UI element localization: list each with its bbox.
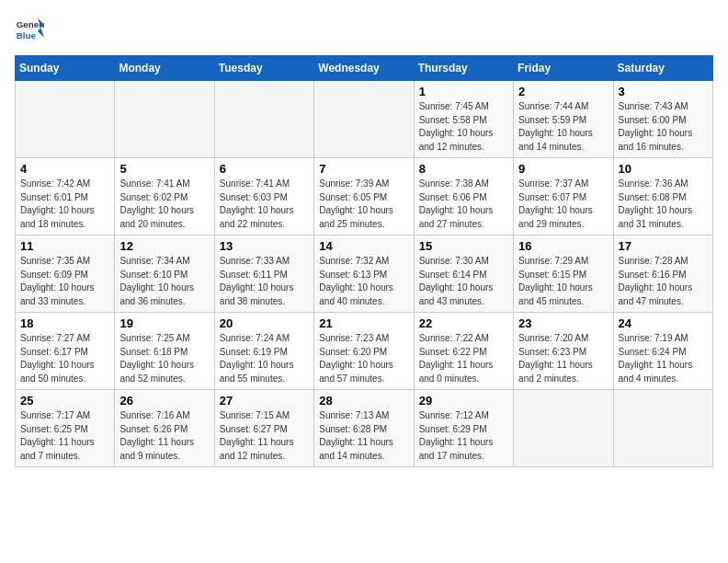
calendar-cell: 1Sunrise: 7:45 AM Sunset: 5:58 PM Daylig…: [414, 81, 513, 158]
calendar-cell: [514, 390, 613, 467]
day-number: 28: [319, 394, 408, 408]
calendar-cell: [314, 81, 414, 158]
day-info: Sunrise: 7:29 AM Sunset: 6:15 PM Dayligh…: [518, 255, 608, 308]
day-info: Sunrise: 7:12 AM Sunset: 6:29 PM Dayligh…: [419, 409, 508, 463]
calendar-cell: [115, 81, 214, 158]
calendar-cell: 8Sunrise: 7:38 AM Sunset: 6:06 PM Daylig…: [414, 158, 513, 236]
day-info: Sunrise: 7:37 AM Sunset: 6:07 PM Dayligh…: [518, 178, 608, 231]
day-number: 24: [619, 316, 708, 330]
week-row-2: 4Sunrise: 7:42 AM Sunset: 6:01 PM Daylig…: [16, 158, 713, 236]
week-row-5: 25Sunrise: 7:17 AM Sunset: 6:25 PM Dayli…: [16, 390, 713, 467]
day-number: 6: [220, 162, 309, 176]
calendar-cell: 28Sunrise: 7:13 AM Sunset: 6:28 PM Dayli…: [314, 390, 414, 467]
calendar-cell: 16Sunrise: 7:29 AM Sunset: 6:15 PM Dayli…: [514, 236, 613, 313]
day-info: Sunrise: 7:42 AM Sunset: 6:01 PM Dayligh…: [20, 178, 109, 231]
calendar-cell: 18Sunrise: 7:27 AM Sunset: 6:17 PM Dayli…: [16, 313, 115, 390]
calendar-cell: 26Sunrise: 7:16 AM Sunset: 6:26 PM Dayli…: [115, 390, 214, 467]
day-number: 19: [119, 316, 209, 330]
calendar-cell: 25Sunrise: 7:17 AM Sunset: 6:25 PM Dayli…: [16, 390, 115, 467]
day-number: 8: [419, 162, 508, 176]
day-number: 21: [319, 316, 408, 330]
day-info: Sunrise: 7:34 AM Sunset: 6:10 PM Dayligh…: [119, 255, 209, 308]
calendar-cell: 12Sunrise: 7:34 AM Sunset: 6:10 PM Dayli…: [115, 236, 214, 313]
calendar-cell: [613, 390, 712, 467]
calendar-cell: 24Sunrise: 7:19 AM Sunset: 6:24 PM Dayli…: [613, 313, 712, 390]
calendar-cell: 22Sunrise: 7:22 AM Sunset: 6:22 PM Dayli…: [414, 313, 513, 390]
calendar-cell: 6Sunrise: 7:41 AM Sunset: 6:03 PM Daylig…: [214, 158, 313, 236]
day-header-thursday: Thursday: [414, 56, 513, 81]
calendar-cell: [214, 81, 313, 158]
calendar-cell: 7Sunrise: 7:39 AM Sunset: 6:05 PM Daylig…: [314, 158, 414, 236]
day-info: Sunrise: 7:20 AM Sunset: 6:23 PM Dayligh…: [518, 332, 608, 385]
day-info: Sunrise: 7:30 AM Sunset: 6:14 PM Dayligh…: [419, 255, 508, 308]
week-row-4: 18Sunrise: 7:27 AM Sunset: 6:17 PM Dayli…: [16, 313, 713, 390]
day-number: 12: [119, 239, 209, 253]
week-row-3: 11Sunrise: 7:35 AM Sunset: 6:09 PM Dayli…: [16, 236, 713, 313]
calendar-table: SundayMondayTuesdayWednesdayThursdayFrid…: [15, 55, 713, 467]
calendar-cell: 5Sunrise: 7:41 AM Sunset: 6:02 PM Daylig…: [115, 158, 214, 236]
day-number: 20: [220, 316, 309, 330]
day-info: Sunrise: 7:16 AM Sunset: 6:26 PM Dayligh…: [119, 409, 209, 463]
day-info: Sunrise: 7:27 AM Sunset: 6:17 PM Dayligh…: [20, 332, 109, 385]
day-info: Sunrise: 7:24 AM Sunset: 6:19 PM Dayligh…: [220, 332, 309, 385]
day-number: 13: [220, 239, 309, 253]
calendar-cell: 14Sunrise: 7:32 AM Sunset: 6:13 PM Dayli…: [314, 236, 414, 313]
day-header-sunday: Sunday: [16, 56, 115, 81]
calendar-cell: 15Sunrise: 7:30 AM Sunset: 6:14 PM Dayli…: [414, 236, 513, 313]
day-number: 17: [619, 239, 708, 253]
day-number: 3: [619, 85, 708, 98]
header: General Blue: [15, 15, 713, 44]
calendar-cell: 10Sunrise: 7:36 AM Sunset: 6:08 PM Dayli…: [613, 158, 712, 236]
day-info: Sunrise: 7:13 AM Sunset: 6:28 PM Dayligh…: [319, 409, 408, 463]
calendar-cell: 21Sunrise: 7:23 AM Sunset: 6:20 PM Dayli…: [314, 313, 414, 390]
calendar-cell: 17Sunrise: 7:28 AM Sunset: 6:16 PM Dayli…: [613, 236, 712, 313]
day-info: Sunrise: 7:28 AM Sunset: 6:16 PM Dayligh…: [619, 255, 708, 308]
calendar-cell: [16, 81, 115, 158]
svg-text:Blue: Blue: [17, 30, 37, 40]
day-number: 16: [518, 239, 608, 253]
day-info: Sunrise: 7:17 AM Sunset: 6:25 PM Dayligh…: [20, 409, 109, 463]
day-header-wednesday: Wednesday: [314, 56, 414, 81]
day-info: Sunrise: 7:41 AM Sunset: 6:03 PM Dayligh…: [220, 178, 309, 231]
calendar-cell: 13Sunrise: 7:33 AM Sunset: 6:11 PM Dayli…: [214, 236, 313, 313]
logo-icon: General Blue: [15, 15, 44, 44]
day-info: Sunrise: 7:45 AM Sunset: 5:58 PM Dayligh…: [419, 100, 508, 154]
calendar-cell: 20Sunrise: 7:24 AM Sunset: 6:19 PM Dayli…: [214, 313, 313, 390]
day-number: 22: [419, 316, 508, 330]
calendar-cell: 29Sunrise: 7:12 AM Sunset: 6:29 PM Dayli…: [414, 390, 513, 467]
day-info: Sunrise: 7:23 AM Sunset: 6:20 PM Dayligh…: [319, 332, 408, 385]
calendar-cell: 9Sunrise: 7:37 AM Sunset: 6:07 PM Daylig…: [514, 158, 613, 236]
day-info: Sunrise: 7:44 AM Sunset: 5:59 PM Dayligh…: [518, 100, 608, 154]
calendar-cell: 19Sunrise: 7:25 AM Sunset: 6:18 PM Dayli…: [115, 313, 214, 390]
day-info: Sunrise: 7:35 AM Sunset: 6:09 PM Dayligh…: [20, 255, 109, 308]
day-number: 18: [20, 316, 109, 330]
day-info: Sunrise: 7:22 AM Sunset: 6:22 PM Dayligh…: [419, 332, 508, 385]
day-number: 10: [619, 162, 708, 176]
day-number: 7: [319, 162, 408, 176]
day-info: Sunrise: 7:41 AM Sunset: 6:02 PM Dayligh…: [119, 178, 209, 231]
day-header-monday: Monday: [115, 56, 214, 81]
day-info: Sunrise: 7:15 AM Sunset: 6:27 PM Dayligh…: [220, 409, 309, 463]
day-header-tuesday: Tuesday: [214, 56, 313, 81]
day-header-saturday: Saturday: [613, 56, 712, 81]
day-number: 5: [119, 162, 209, 176]
day-info: Sunrise: 7:39 AM Sunset: 6:05 PM Dayligh…: [319, 178, 408, 231]
day-number: 27: [220, 394, 309, 408]
days-header-row: SundayMondayTuesdayWednesdayThursdayFrid…: [16, 56, 713, 81]
day-number: 14: [319, 239, 408, 253]
calendar-cell: 23Sunrise: 7:20 AM Sunset: 6:23 PM Dayli…: [514, 313, 613, 390]
day-header-friday: Friday: [514, 56, 613, 81]
day-info: Sunrise: 7:36 AM Sunset: 6:08 PM Dayligh…: [619, 178, 708, 231]
day-info: Sunrise: 7:25 AM Sunset: 6:18 PM Dayligh…: [119, 332, 209, 385]
calendar-cell: 11Sunrise: 7:35 AM Sunset: 6:09 PM Dayli…: [16, 236, 115, 313]
day-number: 23: [518, 316, 608, 330]
day-info: Sunrise: 7:32 AM Sunset: 6:13 PM Dayligh…: [319, 255, 408, 308]
day-info: Sunrise: 7:33 AM Sunset: 6:11 PM Dayligh…: [220, 255, 309, 308]
day-number: 9: [518, 162, 608, 176]
day-info: Sunrise: 7:19 AM Sunset: 6:24 PM Dayligh…: [619, 332, 708, 385]
day-info: Sunrise: 7:38 AM Sunset: 6:06 PM Dayligh…: [419, 178, 508, 231]
day-number: 15: [419, 239, 508, 253]
day-number: 25: [20, 394, 109, 408]
logo: General Blue: [15, 15, 44, 44]
calendar-cell: 3Sunrise: 7:43 AM Sunset: 6:00 PM Daylig…: [613, 81, 712, 158]
